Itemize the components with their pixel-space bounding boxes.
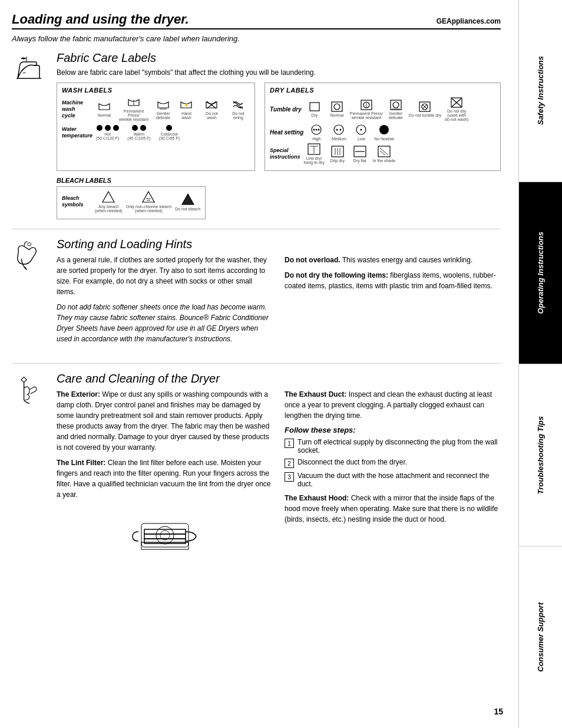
sorting-two-col: As a general rule, if clothes are sorted… [57,255,501,349]
wash-labels-title: WASH LABELS [62,87,250,94]
fabric-care-desc: Below are fabric care label "symbols" th… [57,68,501,77]
svg-point-28 [336,129,338,131]
special-instructions-row: Specialinstructions Line dry/hang to dry… [270,143,495,164]
tumble-dry-row: Tumble dry Dry Normal [270,97,495,121]
svg-point-14 [393,102,399,108]
bleach-any: Any bleach(when needed) [95,190,123,213]
exhaust-para: The Exhaust Duct: Inspect and clean the … [285,389,501,421]
dryer-image [57,506,273,567]
tumble-dry-label: Tumble dry [270,106,302,113]
care-left: The Exterior: Wipe or dust any spills or… [57,389,273,567]
in-the-shade: In the shade [373,146,396,163]
drip-dry: Drip dry [328,146,347,163]
heat-none: No heat/air [374,124,394,141]
bleach-label: Bleachsymbols [62,195,91,208]
care-right: The Exhaust Duct: Inspect and clean the … [285,389,501,567]
sidebar-consumer[interactable]: Consumer Support [519,546,562,728]
step-2: 2 Disconnect the duct from the dryer. [285,458,501,468]
svg-marker-49 [182,194,194,205]
step-1: 1 Turn off electrical supply by disconne… [285,438,501,454]
svg-point-25 [316,129,318,131]
dry-perm: Permanent Press/wrinkle resistant [350,100,383,120]
svg-point-32 [379,125,389,134]
bleach-non-chlorine: Only non-chlorine bleach(when needed) [126,190,171,213]
machine-wash-label: Machinewashcycle [62,100,91,118]
exterior-text: Wipe or dust any spills or washing compo… [57,390,269,452]
sorting-right: Do not overload. This wastes energy and … [285,255,501,349]
step-2-text: Disconnect the duct from the dryer. [297,458,407,466]
water-temp-label: Watertemperature [62,126,92,139]
exterior-para: The Exterior: Wipe or dust any spills or… [57,389,273,453]
svg-point-29 [340,129,342,131]
dry-do-not: Do not dry(used withdo not wash) [445,97,468,121]
wash-gentle: Gentle/delicate [154,100,173,120]
dry-flat: Dry flat [351,146,369,163]
sorting-text1: As a general rule, if clothes are sorted… [57,255,273,297]
heat-high: High [307,124,326,141]
fabric-care-content: Fabric Care Labels Below are fabric care… [57,51,501,219]
dry-labels-title: DRY LABELS [270,87,495,94]
bleach-title: BLEACH LABELS [57,177,501,184]
sorting-text2: Do not add fabric softener sheets once t… [57,302,273,344]
sidebar-safety[interactable]: Safety Instructions [519,0,562,182]
step-num-1: 1 [285,439,294,448]
heat-setting-label: Heat setting [270,129,303,136]
machine-wash-row: Machinewashcycle Normal Permanent Press/… [62,97,250,121]
wash-do-not: Do not wash [200,100,223,120]
temp-cold: Cold/cool(30 C/85 F) [159,125,180,140]
svg-text:✋: ✋ [184,103,189,107]
special-instructions-label: Specialinstructions [270,147,300,160]
svg-marker-45 [103,192,114,202]
step-3: 3 Vacuum the duct with the hose attachme… [285,472,501,488]
step-1-text: Turn off electrical supply by disconnect… [297,438,501,454]
dry-gentle: Gentle/delicate [386,100,405,120]
svg-point-50 [28,243,31,246]
sidebar-operating[interactable]: Operating Instructions [519,182,562,364]
sorting-overload: Do not overload. This wastes energy and … [285,255,501,265]
sorting-overload-bold: Do not overload. [285,256,340,264]
care-content: Care and Cleaning of the Dryer The Exter… [57,372,501,572]
bleach-section: BLEACH LABELS Bleachsymbols Any bleach(w… [57,177,501,219]
sidebar: Safety Instructions Operating Instructio… [518,0,562,728]
sorting-icon [12,238,47,354]
step-num-3: 3 [285,472,294,482]
sidebar-safety-label: Safety Instructions [536,56,545,125]
hood-para: The Exhaust Hood: Check with a mirror th… [285,493,501,525]
svg-point-27 [334,125,343,134]
heat-setting-row: Heat setting High Medium [270,124,495,141]
fabric-care-icon: ✂ [12,51,47,219]
wash-hand: ✋ Hand wash [176,100,197,120]
bleach-do-not: Do not bleach [175,193,200,211]
divider2 [12,363,501,364]
fabric-care-section: ✂ Fabric Care Labels Below are fabric ca… [12,51,501,219]
care-two-col: The Exterior: Wipe or dust any spills or… [57,389,501,567]
exhaust-bold: The Exhaust Duct: [285,390,346,398]
sidebar-operating-label: Operating Instructions [536,232,545,314]
bleach-box: Bleachsymbols Any bleach(when needed) On… [57,186,206,219]
heat-low: Low [352,124,371,141]
heat-medium: Medium [329,124,348,141]
svg-point-31 [361,129,362,131]
temp-warm: Warm(40 C/105 F) [127,125,150,140]
dry-plain: Dry [305,101,324,117]
sidebar-troubleshooting[interactable]: Troubleshooting Tips [519,364,562,546]
sorting-left: As a general rule, if clothes are sorted… [57,255,273,349]
bleach-row: Bleachsymbols Any bleach(when needed) On… [62,190,200,213]
svg-line-6 [233,101,243,108]
page-number: 15 [494,707,503,716]
subtitle: Always follow the fabric manufacturer's … [12,34,501,43]
lint-bold: The Lint Filter: [57,459,105,467]
wash-perm-press: Permanent Press/wrinkle resistant [117,97,150,121]
dry-normal: Normal [328,101,346,117]
water-temp-row: Watertemperature Hot(50 C/120 F) [62,125,250,140]
divider1 [12,229,501,229]
care-icon [12,372,47,572]
sidebar-consumer-label: Consumer Support [536,602,545,672]
wash-normal: Normal [95,101,114,117]
follow-steps: Follow these steps: [285,426,501,434]
svg-text:✂: ✂ [22,71,27,75]
page-header: Loading and using the dryer. GEAppliance… [12,12,501,29]
svg-point-24 [313,129,315,131]
hood-bold: The Exhaust Hood: [285,494,349,502]
line-dry: Line dry/hang to dry [304,143,325,164]
